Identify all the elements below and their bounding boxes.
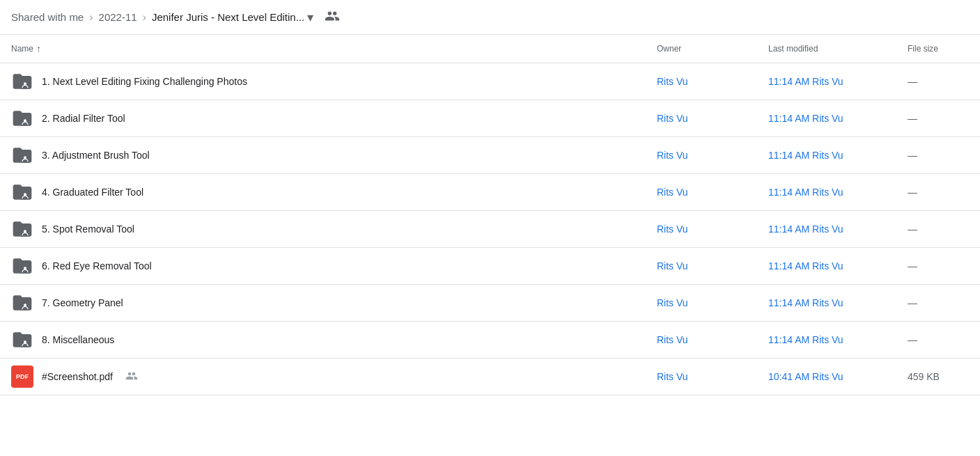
file-size-cell: — xyxy=(896,211,980,248)
file-owner-cell: Rits Vu xyxy=(646,137,757,174)
file-name-label: 1. Next Level Editing Fixing Challenging… xyxy=(42,76,247,87)
file-owner-cell: Rits Vu xyxy=(646,100,757,137)
col-header-size[interactable]: File size xyxy=(896,35,980,63)
file-name-cell: 3. Adjustment Brush Tool xyxy=(0,137,646,174)
file-name-label: 7. Geometry Panel xyxy=(42,297,123,308)
file-size-cell: — xyxy=(896,174,980,211)
file-name-cell: 4. Graduated Filter Tool xyxy=(0,174,646,211)
file-name-cell: 6. Red Eye Removal Tool xyxy=(0,248,646,285)
dropdown-icon[interactable]: ▾ xyxy=(307,10,313,25)
shared-folder-icon xyxy=(11,255,33,277)
file-modified-cell: 11:14 AM Rits Vu xyxy=(757,211,896,248)
file-size-cell: — xyxy=(896,322,980,359)
file-modified-cell: 11:14 AM Rits Vu xyxy=(757,100,896,137)
breadcrumb-current-folder: Jenifer Juris - Next Level Editin... ▾ xyxy=(152,10,313,25)
file-size-cell: — xyxy=(896,248,980,285)
shared-folder-icon xyxy=(11,329,33,351)
shared-folder-icon xyxy=(11,218,33,240)
pdf-icon: PDF xyxy=(11,365,33,388)
file-modified-cell: 11:14 AM Rits Vu xyxy=(757,248,896,285)
file-size-cell: 459 KB xyxy=(896,359,980,395)
file-size-cell: — xyxy=(896,100,980,137)
file-name-label: 2. Radial Filter Tool xyxy=(42,113,125,124)
table-row[interactable]: 7. Geometry PanelRits Vu11:14 AM Rits Vu… xyxy=(0,285,980,322)
shared-folder-icon xyxy=(11,70,33,93)
breadcrumb-2022-11[interactable]: 2022-11 xyxy=(99,11,137,23)
file-name-label: #Screenshot.pdf xyxy=(42,371,113,382)
file-owner-cell: Rits Vu xyxy=(646,322,757,359)
people-icon[interactable] xyxy=(325,8,340,26)
file-size-cell: — xyxy=(896,137,980,174)
file-name-cell: 2. Radial Filter Tool xyxy=(0,100,646,137)
file-name-cell: 1. Next Level Editing Fixing Challenging… xyxy=(0,63,646,100)
file-modified-cell: 11:14 AM Rits Vu xyxy=(757,322,896,359)
table-row[interactable]: 4. Graduated Filter ToolRits Vu11:14 AM … xyxy=(0,174,980,211)
col-header-owner[interactable]: Owner xyxy=(646,35,757,63)
file-owner-cell: Rits Vu xyxy=(646,359,757,395)
file-size-cell: — xyxy=(896,285,980,322)
file-name-cell: PDF#Screenshot.pdf xyxy=(0,359,646,395)
file-modified-cell: 11:14 AM Rits Vu xyxy=(757,174,896,211)
file-name-cell: 8. Miscellaneous xyxy=(0,322,646,359)
file-name-label: 6. Red Eye Removal Tool xyxy=(42,260,152,272)
file-modified-cell: 11:14 AM Rits Vu xyxy=(757,63,896,100)
file-modified-cell: 11:14 AM Rits Vu xyxy=(757,137,896,174)
file-owner-cell: Rits Vu xyxy=(646,285,757,322)
file-owner-cell: Rits Vu xyxy=(646,211,757,248)
table-row[interactable]: PDF#Screenshot.pdf Rits Vu10:41 AM Rits … xyxy=(0,359,980,395)
file-name-cell: 5. Spot Removal Tool xyxy=(0,211,646,248)
col-header-modified[interactable]: Last modified xyxy=(757,35,896,63)
file-name-cell: 7. Geometry Panel xyxy=(0,285,646,322)
breadcrumb-separator-1: › xyxy=(89,11,93,24)
table-row[interactable]: 2. Radial Filter ToolRits Vu11:14 AM Rit… xyxy=(0,100,980,137)
file-size-cell: — xyxy=(896,63,980,100)
file-owner-cell: Rits Vu xyxy=(646,174,757,211)
file-owner-cell: Rits Vu xyxy=(646,248,757,285)
table-row[interactable]: 1. Next Level Editing Fixing Challenging… xyxy=(0,63,980,100)
file-name-label: 4. Graduated Filter Tool xyxy=(42,187,143,198)
file-name-label: 3. Adjustment Brush Tool xyxy=(42,150,150,161)
file-table: Name ↑ Owner Last modified File size 1. … xyxy=(0,35,980,395)
file-modified-cell: 10:41 AM Rits Vu xyxy=(757,359,896,395)
file-owner-cell: Rits Vu xyxy=(646,63,757,100)
shared-folder-icon xyxy=(11,292,33,314)
breadcrumb-shared-with-me[interactable]: Shared with me xyxy=(11,11,84,23)
shared-folder-icon xyxy=(11,107,33,129)
table-row[interactable]: 8. MiscellaneousRits Vu11:14 AM Rits Vu— xyxy=(0,322,980,359)
file-modified-cell: 11:14 AM Rits Vu xyxy=(757,285,896,322)
breadcrumb-current-label: Jenifer Juris - Next Level Editin... xyxy=(152,11,304,23)
shared-folder-icon xyxy=(11,144,33,166)
shared-icon xyxy=(125,370,138,384)
table-row[interactable]: 3. Adjustment Brush ToolRits Vu11:14 AM … xyxy=(0,137,980,174)
sort-ascending-icon: ↑ xyxy=(36,43,41,54)
table-row[interactable]: 5. Spot Removal ToolRits Vu11:14 AM Rits… xyxy=(0,211,980,248)
file-name-label: 8. Miscellaneous xyxy=(42,334,114,345)
shared-folder-icon xyxy=(11,181,33,203)
file-name-label: 5. Spot Removal Tool xyxy=(42,223,134,235)
table-row[interactable]: 6. Red Eye Removal ToolRits Vu11:14 AM R… xyxy=(0,248,980,285)
breadcrumb-separator-2: › xyxy=(143,11,146,24)
breadcrumb: Shared with me › 2022-11 › Jenifer Juris… xyxy=(0,0,980,35)
col-header-name[interactable]: Name ↑ xyxy=(0,35,646,63)
